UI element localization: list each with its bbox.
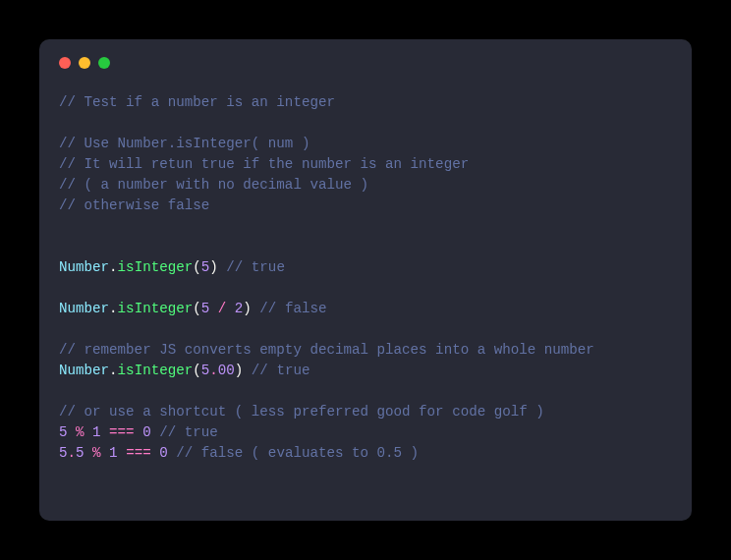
comment: // true bbox=[252, 363, 310, 378]
punct: ) bbox=[209, 259, 218, 275]
comment: // false ( evaluates to 0.5 ) bbox=[176, 445, 419, 461]
operator-token: % bbox=[76, 424, 84, 440]
number-token: 5 bbox=[59, 424, 68, 440]
number-token: 00 bbox=[218, 363, 235, 378]
maximize-icon[interactable] bbox=[98, 57, 110, 69]
window-controls bbox=[59, 57, 672, 69]
code-window: // Test if a number is an integer // Use… bbox=[39, 39, 692, 521]
punct: ) bbox=[235, 363, 244, 378]
number-token: 5 bbox=[59, 445, 68, 461]
comment: // ( a number with no decimal value ) bbox=[59, 177, 368, 193]
punct: . bbox=[109, 301, 118, 316]
number-token: 5 bbox=[201, 363, 210, 378]
comment: // Use Number.isInteger( num ) bbox=[59, 136, 309, 151]
punct: ) bbox=[243, 301, 252, 316]
punct: ( bbox=[193, 301, 201, 316]
punct: ( bbox=[193, 363, 201, 378]
number-token: 5 bbox=[76, 445, 84, 461]
operator-token: === bbox=[109, 424, 135, 440]
punct: . bbox=[109, 259, 118, 275]
class-token: Number bbox=[59, 301, 109, 316]
number-token: 1 bbox=[109, 445, 118, 461]
close-icon[interactable] bbox=[59, 57, 71, 69]
number-token: 5 bbox=[201, 301, 210, 316]
number-token: 0 bbox=[159, 445, 168, 461]
comment: // false bbox=[259, 301, 326, 316]
comment: // remember JS converts empty decimal pl… bbox=[59, 342, 594, 358]
number-token: 0 bbox=[142, 424, 151, 440]
function-token: isInteger bbox=[118, 363, 194, 378]
comment: // Test if a number is an integer bbox=[59, 94, 335, 110]
comment: // otherwise false bbox=[59, 197, 209, 213]
function-token: isInteger bbox=[118, 259, 194, 275]
class-token: Number bbox=[59, 259, 109, 275]
class-token: Number bbox=[59, 363, 109, 378]
punct: . bbox=[209, 363, 218, 378]
comment: // true bbox=[159, 424, 218, 440]
punct: . bbox=[68, 445, 77, 461]
number-token: 1 bbox=[92, 424, 101, 440]
comment: // or use a shortcut ( less preferred go… bbox=[59, 404, 544, 420]
comment: // It will retun true if the number is a… bbox=[59, 156, 469, 172]
operator-token: === bbox=[126, 445, 151, 461]
comment: // true bbox=[226, 259, 285, 275]
code-block: // Test if a number is an integer // Use… bbox=[59, 92, 672, 464]
minimize-icon[interactable] bbox=[79, 57, 90, 69]
operator-token: / bbox=[218, 301, 227, 316]
punct: ( bbox=[193, 259, 201, 275]
function-token: isInteger bbox=[118, 301, 194, 316]
punct: . bbox=[109, 363, 118, 378]
operator-token: % bbox=[92, 445, 101, 461]
number-token: 5 bbox=[201, 259, 210, 275]
